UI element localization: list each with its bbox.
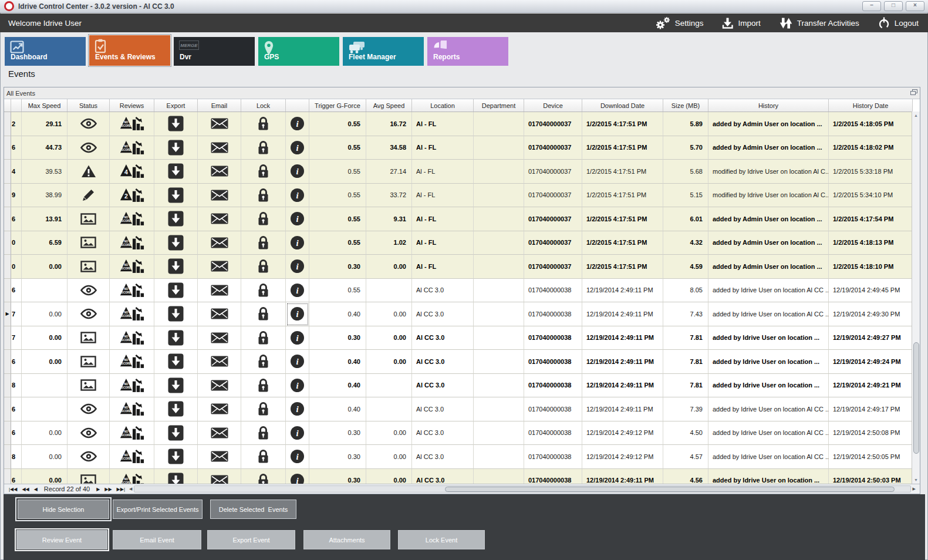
email-cell[interactable] (198, 160, 241, 184)
reviews-cell[interactable]: NOSCORE (110, 397, 154, 421)
info-icon[interactable]: i (290, 188, 305, 203)
column-header-department[interactable]: Department (474, 99, 524, 112)
reviews-cell[interactable]: NOSCORE (110, 207, 154, 231)
lock-icon[interactable] (257, 116, 269, 131)
export-print-selected-events-button[interactable]: Export/Print Selected Events (113, 500, 203, 519)
lock-icon[interactable] (257, 259, 269, 274)
email-icon[interactable] (211, 380, 228, 391)
reviews-cell[interactable]: NOSCORE (110, 302, 154, 326)
export-icon[interactable] (168, 258, 184, 274)
info-icon[interactable]: i (290, 306, 305, 321)
lock-cell[interactable] (241, 397, 286, 421)
export-cell[interactable] (154, 374, 198, 398)
review-score-icon[interactable]: NOSCORE (120, 473, 144, 484)
tab-dvr[interactable]: MERGEDvr (174, 37, 255, 66)
email-icon[interactable] (211, 237, 228, 248)
column-header-history-date[interactable]: History Date (829, 99, 913, 112)
export-icon[interactable] (168, 116, 184, 131)
lock-cell[interactable] (241, 207, 286, 231)
lock-cell[interactable] (241, 160, 286, 184)
column-header-avg-speed[interactable]: Avg Speed (366, 99, 412, 112)
tab-events-reviews[interactable]: Events & Reviews (89, 35, 170, 66)
review-score-icon[interactable]: NOSCORE (120, 353, 144, 369)
info-cell[interactable]: i (286, 255, 309, 279)
email-icon[interactable] (211, 451, 228, 462)
lock-icon[interactable] (257, 426, 269, 440)
info-cell[interactable]: i (286, 160, 309, 184)
tab-gps[interactable]: GPS (258, 37, 339, 66)
export-cell[interactable] (154, 302, 198, 326)
lock-cell[interactable] (241, 184, 286, 208)
export-cell[interactable] (154, 350, 198, 374)
tab-dashboard[interactable]: Dashboard (5, 37, 86, 66)
info-cell[interactable]: i (286, 397, 309, 421)
export-icon[interactable] (168, 282, 184, 298)
import-button[interactable]: Import (722, 17, 760, 29)
info-icon[interactable]: i (290, 283, 305, 298)
table-row[interactable]: 644.73NOSCOREi0.5534.58Al - FL0170400000… (4, 136, 913, 160)
tab-fleet-manager[interactable]: Fleet Manager (343, 37, 424, 66)
email-icon[interactable] (211, 166, 228, 177)
hide-selection-button[interactable]: Hide Selection (18, 500, 109, 519)
lock-cell[interactable] (241, 326, 286, 350)
info-cell[interactable]: i (286, 350, 309, 374)
info-icon[interactable]: i (290, 259, 305, 274)
lock-icon[interactable] (257, 235, 269, 250)
email-icon[interactable] (211, 213, 228, 224)
table-row[interactable]: 613.91NOSCOREi0.559.31Al - FL01704000003… (4, 207, 913, 231)
table-row[interactable]: 60.00NOSCOREi0.300.00Al CC 3.00170400000… (4, 421, 913, 446)
email-cell[interactable] (198, 207, 241, 231)
export-cell[interactable] (154, 445, 198, 469)
review-score-icon[interactable]: NOSCORE (120, 330, 144, 346)
table-row[interactable]: 229.11NOSCOREi0.5516.72Al - FL0170400000… (4, 112, 913, 136)
review-score-icon[interactable]: 2 (120, 187, 144, 203)
lock-icon[interactable] (257, 140, 269, 155)
last-record-button[interactable]: ▶▶| (117, 487, 125, 492)
export-icon[interactable] (168, 187, 184, 203)
email-icon[interactable] (211, 261, 228, 272)
export-cell[interactable] (154, 279, 198, 303)
export-cell[interactable] (154, 397, 198, 421)
email-icon[interactable] (211, 475, 228, 484)
column-header-download-date[interactable]: Download Date (582, 99, 663, 112)
table-row[interactable]: 938.992i0.5533.72Al - FL0170400000371/2/… (4, 184, 913, 208)
lock-icon[interactable] (257, 164, 269, 178)
email-icon[interactable] (211, 308, 228, 319)
email-cell[interactable] (198, 350, 241, 374)
tab-reports[interactable]: Reports (427, 37, 508, 66)
lock-cell[interactable] (241, 445, 286, 469)
email-event-button[interactable]: Email Event (113, 530, 201, 549)
scroll-down-icon[interactable]: ▼ (912, 478, 920, 482)
export-icon[interactable] (168, 448, 184, 464)
review-score-icon[interactable]: 4 (120, 163, 144, 179)
lock-cell[interactable] (241, 469, 286, 485)
reviews-cell[interactable]: NOSCORE (110, 421, 154, 446)
email-icon[interactable] (211, 190, 228, 201)
export-cell[interactable] (154, 421, 198, 446)
lock-icon[interactable] (257, 330, 269, 345)
info-icon[interactable]: i (290, 473, 305, 484)
settings-button[interactable]: Settings (654, 16, 704, 30)
column-header-email[interactable]: Email (198, 99, 241, 112)
info-cell[interactable]: i (286, 374, 309, 398)
column-header-max-speed[interactable]: Max Speed (22, 99, 68, 112)
export-icon[interactable] (168, 377, 184, 393)
email-cell[interactable] (198, 421, 241, 446)
table-row[interactable]: 8NOSCOREi0.40Al CC 3.001704000003812/19/… (4, 374, 913, 398)
vertical-scrollbar[interactable]: ▲ ▼ (912, 112, 920, 484)
lock-event-button[interactable]: Lock Event (398, 530, 485, 549)
info-icon[interactable]: i (290, 116, 305, 131)
lock-cell[interactable] (241, 279, 286, 303)
lock-cell[interactable] (241, 374, 286, 398)
lock-icon[interactable] (257, 283, 269, 298)
info-icon[interactable]: i (290, 330, 305, 345)
reviews-cell[interactable]: NOSCORE (110, 136, 154, 160)
email-icon[interactable] (211, 332, 228, 343)
lock-icon[interactable] (257, 354, 269, 369)
info-cell[interactable]: i (286, 302, 309, 326)
table-row[interactable]: 70.00NOSCOREi0.300.00Al CC 3.00170400000… (4, 326, 913, 350)
export-icon[interactable] (168, 235, 184, 251)
export-cell[interactable] (154, 136, 198, 160)
export-icon[interactable] (168, 140, 184, 156)
reviews-cell[interactable]: 2 (110, 184, 154, 208)
